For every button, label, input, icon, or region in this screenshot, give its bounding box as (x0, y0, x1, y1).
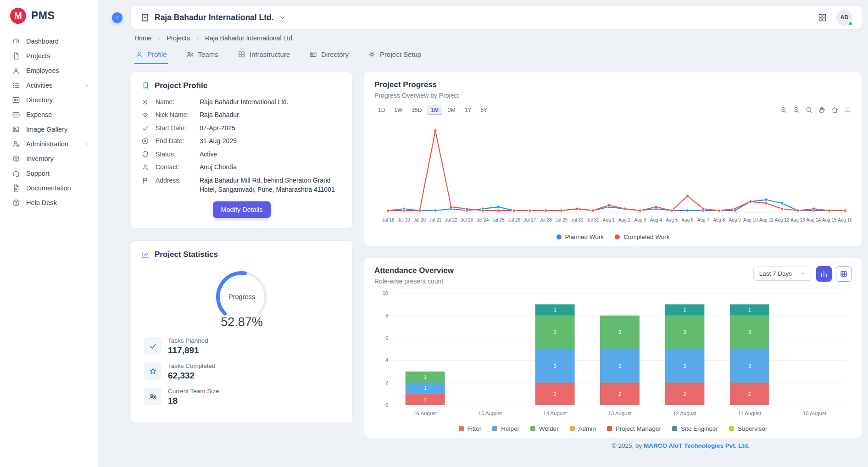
check-icon (141, 124, 149, 132)
range-1d[interactable]: 1D (374, 105, 389, 115)
legend-item[interactable]: Helper (492, 425, 519, 432)
stat-value: 62,332 (168, 371, 216, 380)
modify-details-button[interactable]: Modify Details (213, 201, 270, 218)
sidebar-item-label: Expense (26, 111, 52, 118)
sidebar-item-dashboard[interactable]: Dashboard (0, 34, 98, 49)
app-logo[interactable]: M PMS (0, 0, 98, 31)
range-1m[interactable]: 1M (427, 105, 442, 115)
sidebar-item-expense[interactable]: Expense (0, 107, 98, 122)
sidebar-item-label: Documentation (26, 184, 71, 192)
grid4-icon (238, 50, 245, 58)
svg-text:Aug 16: Aug 16 (838, 217, 851, 222)
range-1y[interactable]: 1Y (461, 105, 475, 115)
app-root: M PMS DashboardProjectsEmployeesActiviti… (0, 0, 868, 467)
statistics-card-title: Project Statistics (155, 250, 218, 259)
sidebar-item-label: Employees (26, 67, 59, 74)
sidebar-nav: DashboardProjectsEmployeesActivitiesDire… (0, 31, 98, 210)
field-label: Address: (156, 176, 200, 185)
field-value: Raja Bahadur (200, 111, 239, 120)
sidebar-item-documentation[interactable]: Documentation (0, 181, 98, 195)
sidebar-item-help-desk[interactable]: Help Desk (0, 195, 98, 210)
file-icon (12, 52, 20, 60)
sidebar-item-administration[interactable]: Administration (0, 137, 98, 151)
field-value: Active (200, 150, 217, 159)
menu-icon[interactable] (844, 106, 851, 114)
date-range-select[interactable]: Last 7 Days (753, 267, 812, 281)
sidebar-item-activities[interactable]: Activities (0, 78, 98, 93)
legend-item[interactable]: Planned Work (556, 234, 604, 240)
field-label: Start Date: (156, 124, 200, 133)
sidebar-item-projects[interactable]: Projects (0, 49, 98, 63)
user-avatar[interactable]: AD (836, 10, 852, 26)
sidebar-item-label: Administration (26, 140, 68, 148)
progress-gauge: Progress 52.87% (141, 267, 342, 329)
chart-view-toggle[interactable] (816, 266, 832, 282)
tab-profile[interactable]: Profile (134, 47, 168, 64)
sidebar-item-label: Directory (26, 96, 53, 104)
range-15d[interactable]: 15D (408, 105, 425, 115)
bar-chart-icon (820, 270, 828, 278)
sidebar-item-directory[interactable]: Directory (0, 93, 98, 107)
attendance-overview-card: Attendance Overview Role-wise present co… (364, 257, 862, 438)
shield-icon (141, 150, 149, 158)
svg-text:2: 2 (683, 391, 686, 396)
project-statistics-card: Project Statistics Progress 52.87% Tasks… (131, 240, 353, 423)
breadcrumb-item[interactable]: Projects (167, 34, 190, 42)
attendance-card-header: Attendance Overview Role-wise present co… (374, 266, 851, 285)
legend-item[interactable]: Admin (570, 425, 596, 432)
user-gear-icon (12, 140, 20, 148)
svg-text:3: 3 (748, 329, 751, 335)
chevron-down-icon (279, 14, 286, 21)
magnifier-icon[interactable] (805, 106, 813, 114)
legend-marker (530, 426, 535, 431)
progress-line-chart[interactable]: Jul 18Jul 19Jul 20Jul 21Jul 22Jul 23Jul … (374, 118, 851, 233)
legend-marker (729, 426, 734, 431)
sidebar-item-employees[interactable]: Employees (0, 63, 98, 78)
attendance-controls: Last 7 Days (753, 266, 851, 282)
sidebar-item-image-gallery[interactable]: Image Gallery (0, 122, 98, 137)
svg-text:Aug 4: Aug 4 (650, 217, 662, 222)
legend-item[interactable]: Completed Work (615, 234, 669, 240)
users-icon (186, 50, 194, 58)
tab-infrastructure[interactable]: Infrastructure (237, 47, 291, 64)
tab-project-setup[interactable]: Project Setup (367, 47, 422, 64)
sidebar-collapse-button[interactable] (112, 12, 122, 23)
table-view-toggle[interactable] (836, 266, 851, 282)
footer-company-link[interactable]: MARCO AIoT Technologies Pvt. Ltd. (644, 442, 750, 449)
svg-text:16 August: 16 August (413, 411, 437, 416)
svg-text:1: 1 (553, 307, 556, 312)
breadcrumb-item[interactable]: Home (134, 34, 151, 42)
range-3m[interactable]: 3M (444, 105, 459, 115)
legend-marker (459, 426, 464, 431)
home-icon[interactable] (831, 106, 839, 114)
chevron-right-icon (83, 141, 90, 147)
legend-item[interactable]: Supervisor (729, 425, 768, 432)
legend-item[interactable]: Welder (530, 425, 559, 432)
apps-grid-icon[interactable] (818, 13, 827, 22)
legend-item[interactable]: Site Engineer (672, 425, 718, 432)
range-1w[interactable]: 1W (390, 105, 406, 115)
breadcrumb: HomeProjectsRaja Bahadur International L… (131, 29, 862, 45)
zoom-out-icon[interactable] (792, 106, 800, 114)
sidebar-item-label: Inventory (26, 155, 54, 162)
tab-teams[interactable]: Teams (185, 47, 219, 64)
sidebar-item-support[interactable]: Support (0, 166, 98, 181)
attendance-bar-chart[interactable]: 024681011116 August15 August233114 Augus… (374, 287, 851, 424)
content-grid: Project Profile Name:Raja Bahadur Intern… (131, 72, 862, 438)
sidebar-item-inventory[interactable]: Inventory (0, 151, 98, 166)
legend-item[interactable]: Project Manager (607, 425, 661, 432)
profile-field: Start Date:07-Apr-2025 (141, 124, 342, 133)
id-card-icon (12, 96, 20, 104)
company-selector[interactable]: Raja Bahadur International Ltd. (140, 13, 286, 22)
chart-controls-row: 1D1W15D1M3M1Y5Y (374, 105, 851, 115)
legend-item[interactable]: Fitter (459, 425, 482, 432)
hand-icon[interactable] (818, 106, 826, 114)
svg-text:1: 1 (683, 307, 686, 312)
svg-text:4: 4 (385, 357, 388, 363)
range-5y[interactable]: 5Y (477, 105, 491, 115)
legend-marker (570, 426, 575, 431)
field-value: Anuj Chordia (200, 163, 237, 172)
svg-text:12 August: 12 August (673, 411, 697, 416)
tab-directory[interactable]: Directory (308, 47, 350, 64)
zoom-in-icon[interactable] (779, 106, 787, 114)
